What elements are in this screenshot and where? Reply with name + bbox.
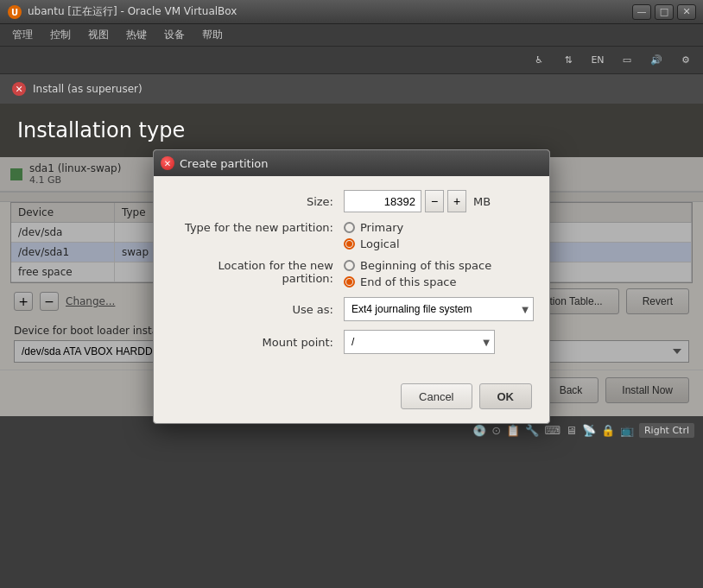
minimize-button[interactable]: —: [632, 4, 651, 20]
status-icon-4: 🔧: [525, 424, 539, 437]
menu-hotkey[interactable]: 热键: [117, 25, 155, 45]
location-beginning-radio[interactable]: [344, 260, 355, 271]
mount-point-select[interactable]: /: [344, 330, 495, 354]
use-as-row: Use as: Ext4 journaling file system ▼: [171, 297, 532, 321]
location-end-label: End of this space: [360, 275, 457, 288]
type-primary-label: Primary: [360, 221, 403, 234]
mount-point-select-wrapper: / ▼: [344, 330, 495, 354]
status-icon-9: 📺: [620, 424, 634, 437]
status-icon-6: 🖥: [566, 424, 577, 437]
status-icon-5: ⌨: [544, 424, 560, 437]
modal-title: Create partition: [180, 157, 269, 170]
type-primary-row[interactable]: Primary: [344, 221, 403, 234]
type-control: Primary Logical: [344, 221, 532, 250]
tray-battery[interactable]: ▭: [615, 50, 639, 71]
size-plus-button[interactable]: +: [447, 190, 466, 212]
menu-control[interactable]: 控制: [41, 25, 79, 45]
type-radio-group: Primary Logical: [344, 221, 403, 250]
use-as-select[interactable]: Ext4 journaling file system: [344, 297, 534, 321]
window-controls: — □ ✕: [632, 4, 696, 20]
app-icon: U: [7, 4, 22, 20]
cancel-button[interactable]: Cancel: [401, 383, 472, 409]
type-row: Type for the new partition: Primary Logi…: [171, 221, 532, 250]
modal-body: Size: − + MB Type for the new partition:: [154, 176, 549, 376]
title-bar: U ubantu [正在运行] - Oracle VM VirtualBox —…: [0, 0, 703, 24]
tray-accessibility[interactable]: ♿: [527, 50, 551, 71]
status-icon-1: 💿: [472, 424, 486, 437]
mount-point-control: / ▼: [344, 330, 532, 354]
ok-button[interactable]: OK: [479, 383, 533, 409]
close-button[interactable]: ✕: [677, 4, 696, 20]
mount-point-label: Mount point:: [171, 336, 344, 349]
create-partition-dialog: ✕ Create partition Size: − + MB: [153, 149, 550, 424]
content-area: sda1 (linux-swap) 4.1 GB Device Type Mou…: [0, 157, 703, 416]
size-input[interactable]: [344, 190, 421, 212]
status-icon-2: ⊙: [491, 424, 501, 437]
window-title: ubantu [正在运行] - Oracle VM VirtualBox: [28, 4, 632, 19]
location-end-radio[interactable]: [344, 276, 355, 288]
menu-help[interactable]: 帮助: [193, 25, 231, 45]
tray-network[interactable]: ⇅: [556, 50, 580, 71]
install-header: ✕ Install (as superuser): [0, 74, 703, 104]
location-end-row[interactable]: End of this space: [344, 275, 491, 288]
location-row: Location for the new partition: Beginnin…: [171, 259, 532, 288]
install-close-button[interactable]: ✕: [12, 82, 26, 96]
menu-bar: 管理 控制 视图 热键 设备 帮助: [0, 24, 703, 47]
svg-text:U: U: [11, 8, 18, 17]
location-beginning-label: Beginning of this space: [360, 259, 491, 272]
menu-view[interactable]: 视图: [79, 25, 117, 45]
use-as-select-wrapper: Ext4 journaling file system ▼: [344, 297, 534, 321]
status-icon-7: 📡: [582, 424, 596, 437]
size-label: Size:: [171, 195, 344, 208]
page-title: Installation type: [17, 118, 185, 142]
location-label: Location for the new partition:: [171, 259, 344, 285]
location-beginning-row[interactable]: Beginning of this space: [344, 259, 491, 272]
use-as-control: Ext4 journaling file system ▼: [344, 297, 534, 321]
modal-buttons: Cancel OK: [154, 376, 549, 423]
tray-lang[interactable]: EN: [586, 50, 610, 71]
tray-volume[interactable]: 🔊: [644, 50, 668, 71]
size-control: − + MB: [344, 190, 532, 212]
type-label: Type for the new partition:: [171, 221, 344, 234]
modal-close-button[interactable]: ✕: [161, 156, 174, 170]
status-icon-3: 📋: [506, 424, 520, 437]
status-icon-8: 🔒: [601, 424, 615, 437]
size-row: Size: − + MB: [171, 190, 532, 212]
modal-title-bar: ✕ Create partition: [154, 150, 549, 176]
location-radio-group: Beginning of this space End of this spac…: [344, 259, 491, 288]
install-header-text: Install (as superuser): [33, 83, 142, 95]
tray-settings[interactable]: ⚙: [674, 50, 698, 71]
type-primary-radio[interactable]: [344, 222, 355, 233]
size-minus-button[interactable]: −: [425, 190, 444, 212]
mount-point-row: Mount point: / ▼: [171, 330, 532, 354]
menu-manage[interactable]: 管理: [3, 25, 41, 45]
type-logical-radio[interactable]: [344, 238, 355, 250]
system-tray: ♿ ⇅ EN ▭ 🔊 ⚙: [0, 47, 703, 74]
size-unit: MB: [473, 195, 491, 208]
modal-overlay: ✕ Create partition Size: − + MB: [0, 157, 703, 416]
menu-device[interactable]: 设备: [155, 25, 193, 45]
location-control: Beginning of this space End of this spac…: [344, 259, 532, 288]
maximize-button[interactable]: □: [655, 4, 674, 20]
type-logical-row[interactable]: Logical: [344, 237, 403, 250]
right-ctrl-label: Right Ctrl: [639, 423, 694, 438]
type-logical-label: Logical: [360, 237, 400, 250]
use-as-label: Use as:: [171, 303, 344, 316]
